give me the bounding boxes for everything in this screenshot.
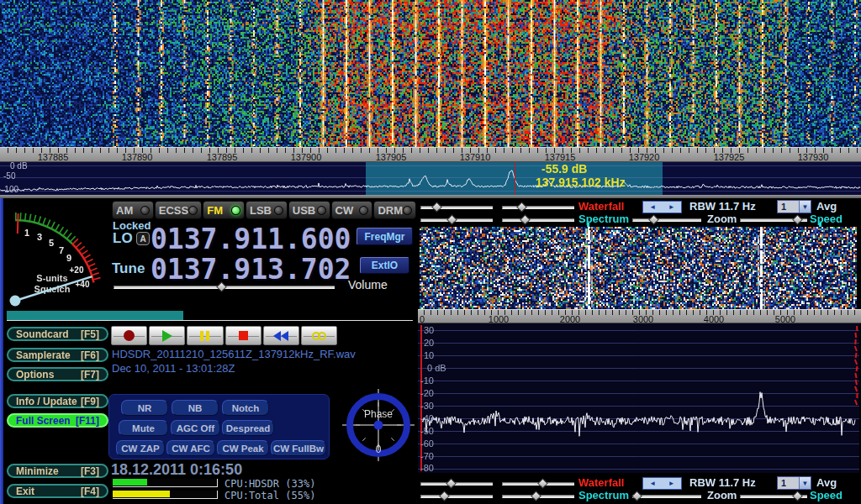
panel-separator [0, 195, 861, 198]
af-frequency-scale[interactable]: 0 1000 2000 3000 4000 5000 [418, 309, 861, 323]
slider-thumb[interactable] [446, 214, 457, 225]
right-arrow-icon[interactable]: ► [668, 203, 675, 211]
top-rbw-spinner[interactable]: ◄► [642, 201, 682, 213]
bottom-spectrum-range-slider[interactable] [502, 491, 574, 501]
slider-thumb[interactable] [792, 491, 803, 501]
left-arrow-icon[interactable]: ◄ [649, 203, 656, 211]
cpu-hdsdr-meter [113, 479, 218, 487]
samplerate-button[interactable]: Samplerate[F6] [7, 348, 108, 362]
cw-zap-button[interactable]: CW ZAP [116, 440, 165, 456]
bottom-spectrum-gain-slider[interactable] [420, 491, 493, 501]
top-spectrum-range-slider[interactable] [502, 214, 574, 225]
slider-thumb[interactable] [531, 491, 541, 501]
mode-cw-led [359, 206, 368, 215]
s-meter-peak-needle [18, 213, 18, 234]
rf-db-label: -50 [3, 171, 15, 181]
options-button[interactable]: Options[F7] [7, 367, 108, 381]
cw-fullbw-button[interactable]: CW FullBw [271, 440, 326, 456]
slider-thumb[interactable] [431, 202, 442, 213]
bottom-avg-select[interactable]: 1▼ [777, 476, 811, 490]
af-spectrum-display[interactable] [418, 323, 859, 473]
rf-scale-label: 137925 [714, 152, 745, 162]
slider-thumb[interactable] [648, 214, 659, 225]
mode-ecss[interactable]: ECSS [155, 201, 202, 219]
minimize-key: [F3] [81, 465, 99, 477]
fullscreen-button[interactable]: Full Screen[F11] [7, 413, 108, 428]
slider-thumb[interactable] [520, 214, 531, 225]
af-waterfall-display[interactable] [420, 227, 857, 309]
cw-zap-label: CW ZAP [121, 444, 159, 454]
mute-button[interactable]: Mute [119, 420, 168, 436]
rf-waterfall-display[interactable] [0, 0, 861, 147]
bottom-speed-slider[interactable] [740, 491, 807, 501]
nr-button[interactable]: NR [121, 400, 168, 416]
agc-button[interactable]: AGC Off [171, 420, 220, 436]
nb-button[interactable]: NB [172, 400, 219, 416]
minimize-button[interactable]: Minimize[F3] [7, 464, 108, 478]
despread-label: Despread [226, 423, 270, 433]
pause-button[interactable] [187, 326, 223, 345]
soundcard-button[interactable]: Soundcard[F5] [7, 327, 108, 341]
extio-button[interactable]: ExtIO [360, 257, 409, 274]
top-zoom-slider[interactable] [632, 214, 701, 225]
despread-button[interactable]: Despread [222, 420, 274, 436]
squelch-needle-pivot[interactable] [10, 296, 21, 307]
top-waterfall-gain-slider[interactable] [420, 202, 493, 213]
mode-cw[interactable]: CW [331, 201, 373, 219]
bottom-zoom-slider[interactable] [632, 491, 701, 501]
af-db-label: -70 [420, 451, 434, 461]
bottom-waterfall-range-slider[interactable] [502, 478, 574, 489]
volume-thumb[interactable] [216, 281, 227, 292]
info-update-key: [F9] [81, 396, 99, 407]
right-arrow-icon[interactable]: ► [668, 480, 675, 487]
chevron-down-icon[interactable]: ▼ [799, 201, 811, 213]
mode-fm[interactable]: FM [203, 201, 245, 219]
mode-lsb[interactable]: LSB [246, 201, 288, 219]
chevron-down-icon[interactable]: ▼ [799, 477, 811, 489]
top-speed-slider[interactable] [740, 214, 807, 225]
fullscreen-label: Full Screen [16, 415, 71, 427]
volume-slider[interactable] [114, 281, 335, 292]
extio-label: ExtIO [372, 260, 398, 271]
mode-usb[interactable]: USB [288, 201, 330, 219]
info-update-button[interactable]: Info / Update[F9] [7, 394, 108, 408]
left-arrow-icon[interactable]: ◄ [649, 480, 656, 487]
slider-thumb[interactable] [537, 478, 548, 489]
mode-fm-label: FM [207, 204, 223, 217]
record-button[interactable] [111, 326, 147, 345]
bottom-speed-label: Speed [810, 489, 843, 501]
samplerate-key: [F6] [81, 349, 99, 361]
slider-thumb[interactable] [446, 478, 457, 489]
top-waterfall-range-slider[interactable] [502, 202, 574, 213]
exit-button[interactable]: Exit[F4] [7, 484, 108, 498]
cw-peak-button[interactable]: CW Peak [217, 440, 269, 456]
mode-am[interactable]: AM [112, 201, 154, 219]
mute-label: Mute [132, 423, 155, 433]
lo-frequency-display[interactable]: 0137.911.600 [151, 223, 351, 255]
lo-lock-button[interactable]: A [136, 232, 150, 245]
phase-indicator: Phase 0 [342, 389, 415, 461]
bottom-rbw-spinner[interactable]: ◄► [642, 477, 682, 490]
af-db-label: -20 [420, 388, 434, 398]
top-spectrum-gain-slider[interactable] [420, 214, 493, 225]
notch-button[interactable]: Notch [222, 400, 269, 416]
cw-afc-button[interactable]: CW AFC [166, 440, 215, 456]
freqmgr-button[interactable]: FreqMgr [357, 228, 413, 245]
slider-thumb[interactable] [631, 491, 642, 501]
slider-thumb[interactable] [439, 491, 450, 501]
rewind-button[interactable] [263, 326, 299, 345]
loop-button[interactable] [301, 326, 337, 345]
bottom-waterfall-gain-slider[interactable] [420, 478, 493, 489]
rf-frequency-scale[interactable]: 137885 137890 137895 137900 137905 13791… [0, 147, 861, 162]
slider-thumb[interactable] [792, 214, 803, 225]
top-avg-select[interactable]: 1▼ [777, 200, 811, 213]
mode-cw-label: CW [335, 204, 354, 217]
s-meter-tick-label: 7 [59, 245, 64, 255]
stop-button[interactable] [225, 326, 261, 345]
rf-spectrum-display[interactable] [0, 162, 861, 195]
mode-drm[interactable]: DRM [373, 201, 416, 219]
slider-track [420, 495, 493, 498]
play-button[interactable] [149, 326, 185, 345]
info-update-label: Info / Update [16, 396, 77, 407]
slider-thumb[interactable] [516, 202, 527, 213]
